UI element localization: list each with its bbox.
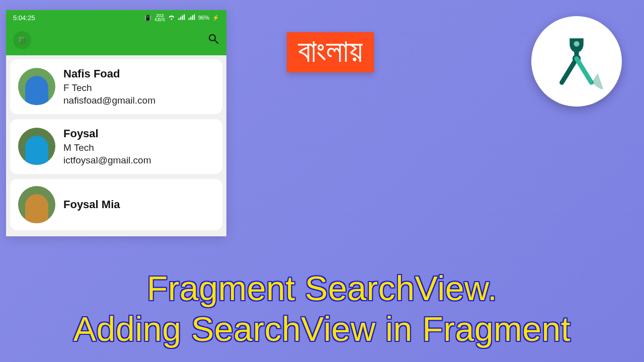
language-badge: বাংলায় [287, 32, 374, 72]
svg-point-0 [209, 35, 215, 41]
avatar [18, 68, 55, 105]
phone-screenshot: 5:04:25 📳 203 KB/S 96% ⚡ [6, 10, 226, 236]
contact-subtitle: F Tech [63, 81, 155, 95]
contact-name: Nafis Foad [63, 66, 155, 81]
contact-name: Foysal [63, 126, 151, 141]
android-studio-logo [531, 16, 622, 107]
search-button[interactable] [207, 33, 219, 48]
battery-text: 96% [198, 15, 209, 21]
signal-icon [178, 14, 185, 21]
status-right: 📳 203 KB/S 96% ⚡ [144, 14, 219, 22]
headline-line-1: Fragment SearchView. [0, 268, 644, 309]
contact-list[interactable]: Nafis Foad F Tech nafisfoad@gmail.com Fo… [6, 55, 226, 234]
charging-icon: ⚡ [212, 15, 219, 21]
net-speed: 203 KB/S [154, 14, 165, 22]
list-item[interactable]: Foysal M Tech ictfoysal@gmail.com [10, 119, 222, 174]
avatar [18, 128, 55, 165]
contact-name: Foysal Mia [63, 197, 120, 212]
svg-line-1 [215, 40, 218, 43]
status-time: 5:04:25 [13, 14, 35, 22]
list-item[interactable]: Nafis Foad F Tech nafisfoad@gmail.com [10, 59, 222, 114]
signal-icon-2 [188, 14, 195, 21]
svg-point-2 [574, 41, 580, 47]
wifi-icon [168, 14, 175, 21]
language-text: বাংলায় [298, 33, 363, 69]
contact-email: ictfoysal@gmail.com [63, 154, 151, 167]
app-toolbar [6, 25, 226, 55]
list-item[interactable]: Foysal Mia [10, 179, 222, 230]
status-bar: 5:04:25 📳 203 KB/S 96% ⚡ [6, 10, 226, 25]
thumbnail-headline: Fragment SearchView. Adding SearchView i… [0, 268, 644, 350]
headline-line-2: Adding SearchView in Fragment [0, 309, 644, 350]
nav-drawer-button[interactable] [13, 31, 31, 49]
contact-subtitle: M Tech [63, 141, 151, 154]
vibrate-icon: 📳 [144, 15, 151, 21]
contact-email: nafisfoad@gmail.com [63, 94, 155, 107]
avatar [18, 186, 55, 223]
